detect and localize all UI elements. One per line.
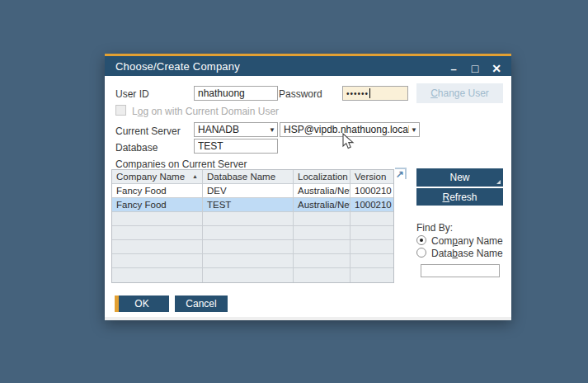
table-row-empty[interactable]: [112, 226, 393, 240]
new-button-menu-icon: [496, 180, 501, 184]
radio-database-name-label: Database Name: [431, 248, 503, 259]
password-label: Password: [279, 88, 322, 100]
password-dots: ••••••: [346, 89, 369, 98]
close-icon[interactable]: ✕: [488, 60, 505, 77]
companies-table: Company Name ▲ Database Name Localizatio…: [111, 169, 394, 283]
companies-section-label: Companies on Current Server: [115, 158, 247, 170]
table-header-row: Company Name ▲ Database Name Localizatio…: [112, 170, 393, 184]
chevron-down-icon: ▼: [269, 126, 275, 134]
column-header-company-name[interactable]: Company Name ▲: [112, 170, 203, 184]
find-by-label: Find By:: [416, 222, 453, 234]
table-row-selected[interactable]: Fancy Food TEST Australia/New Zealand 10…: [112, 198, 393, 212]
user-id-input[interactable]: [194, 86, 278, 101]
sort-ascending-icon: ▲: [192, 173, 198, 179]
current-server-select[interactable]: HANADB ▼: [194, 122, 278, 137]
cancel-button[interactable]: Cancel: [175, 296, 228, 312]
desktop-background: Choose/Create Company – □ ✕ User ID Pass…: [0, 0, 588, 383]
radio-database-name[interactable]: [416, 248, 426, 258]
minimize-icon[interactable]: –: [445, 60, 462, 77]
find-by-search-input[interactable]: [421, 264, 500, 277]
table-row-empty[interactable]: [112, 240, 393, 254]
password-input[interactable]: ••••••: [342, 86, 408, 101]
new-button[interactable]: New: [416, 168, 503, 187]
dialog-title: Choose/Create Company: [105, 60, 240, 73]
mouse-cursor-icon: [342, 133, 356, 151]
column-header-localization[interactable]: Localization: [294, 170, 350, 184]
expand-grid-icon[interactable]: ↗: [395, 168, 407, 179]
database-label: Database: [115, 142, 158, 154]
column-header-version[interactable]: Version: [350, 170, 393, 184]
radio-company-name-label: Company Name: [431, 235, 503, 247]
user-id-label: User ID: [115, 88, 149, 100]
domain-user-checkbox[interactable]: [115, 105, 126, 116]
current-server-value: HANADB: [198, 124, 239, 135]
change-user-button[interactable]: Change User: [416, 83, 503, 103]
table-row-empty[interactable]: [112, 268, 393, 282]
table-row[interactable]: Fancy Food DEV Australia/New Zealand 100…: [112, 184, 393, 198]
current-server-label: Current Server: [115, 125, 181, 137]
radio-company-name[interactable]: [416, 235, 426, 245]
table-row-empty[interactable]: [112, 254, 393, 268]
ok-button[interactable]: OK: [115, 296, 169, 312]
domain-user-checkbox-label: Log on with Current Domain User: [132, 106, 279, 117]
dialog-titlebar[interactable]: Choose/Create Company – □ ✕: [105, 54, 511, 76]
default-button-stripe: [115, 296, 119, 312]
database-input[interactable]: [194, 139, 278, 154]
table-row-empty[interactable]: [112, 212, 393, 226]
maximize-icon[interactable]: □: [467, 60, 483, 77]
choose-create-company-dialog: Choose/Create Company – □ ✕ User ID Pass…: [105, 54, 511, 320]
window-controls: – □ ✕: [445, 59, 505, 78]
refresh-button[interactable]: Refresh: [416, 188, 503, 206]
chevron-down-icon: ▼: [411, 126, 417, 134]
text-caret: [369, 88, 370, 98]
column-header-database-name[interactable]: Database Name: [203, 170, 294, 184]
